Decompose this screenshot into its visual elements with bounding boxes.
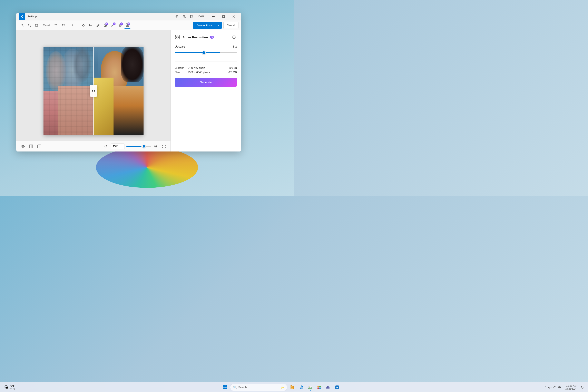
- layout-button[interactable]: [36, 143, 42, 150]
- title-fit-button[interactable]: [189, 14, 194, 20]
- compare-icon: [29, 144, 33, 148]
- panel-ai-badge: AI: [210, 36, 214, 38]
- undo-button[interactable]: [53, 22, 59, 28]
- upscale-section: Upscale 8 x: [175, 45, 237, 54]
- redo-button[interactable]: [60, 22, 66, 28]
- upscale-value: 8 x: [233, 45, 237, 48]
- fullscreen-button[interactable]: [161, 143, 167, 150]
- panel-title-group: Super Resolution AI: [175, 34, 214, 40]
- main-content: 75% 50% 100% 125% 150% ▾: [16, 30, 241, 152]
- back-button[interactable]: [19, 13, 25, 20]
- title-zoom-in-button[interactable]: [182, 14, 187, 20]
- maximize-icon: [222, 15, 225, 18]
- ai-style-badge: AI: [113, 22, 116, 25]
- filter-icon: [89, 24, 92, 27]
- maximize-button[interactable]: [219, 13, 228, 20]
- swap-button[interactable]: [90, 85, 98, 97]
- pen-button[interactable]: [95, 22, 101, 28]
- toolbar: Reset: [16, 20, 241, 30]
- reset-button[interactable]: Reset: [41, 22, 52, 28]
- zoom-out-bottom-button[interactable]: [103, 143, 109, 150]
- compare-button[interactable]: [28, 143, 34, 150]
- adjust-button[interactable]: [80, 22, 86, 28]
- svg-rect-20: [35, 24, 38, 26]
- ai-remove-badge: AI: [105, 22, 108, 25]
- toolbar-separator-2: [78, 23, 78, 28]
- zoom-out-toolbar-icon: [28, 24, 31, 27]
- zoom-slider[interactable]: [126, 146, 151, 147]
- right-panel: Super Resolution AI Upscale 8 x: [170, 30, 241, 152]
- upscale-header: Upscale 8 x: [175, 45, 237, 48]
- swap-icon: [91, 88, 96, 93]
- save-options-button[interactable]: Save options: [193, 22, 215, 29]
- zoom-in-bottom-icon: [154, 145, 158, 148]
- minimize-icon: [212, 16, 214, 17]
- generate-button[interactable]: Generate: [175, 78, 237, 87]
- cancel-button[interactable]: Cancel: [223, 22, 238, 29]
- info-circle-icon: [232, 36, 236, 39]
- title-zoom-out-button[interactable]: [174, 14, 180, 20]
- svg-line-33: [98, 24, 99, 25]
- svg-rect-59: [176, 38, 177, 39]
- window-controls: [209, 13, 238, 20]
- zoom-in-toolbar-icon: [20, 24, 24, 27]
- save-options-dropdown-button[interactable]: [215, 22, 222, 29]
- new-resolution: 7552 x 6048 pixels: [188, 71, 224, 74]
- canvas-area: 75% 50% 100% 125% 150% ▾: [16, 30, 170, 152]
- view-button[interactable]: [20, 143, 26, 150]
- upscale-slider[interactable]: [175, 52, 237, 53]
- zoom-select[interactable]: 75% 50% 100% 125% 150%: [111, 144, 125, 149]
- close-button[interactable]: [229, 13, 238, 20]
- ai-style-button[interactable]: AI: [110, 22, 116, 28]
- zoom-out-bottom-icon: [104, 145, 108, 148]
- crop-button[interactable]: [70, 22, 76, 28]
- zoom-in-toolbar-button[interactable]: [19, 22, 25, 28]
- current-label: Current:: [175, 66, 184, 70]
- svg-line-2: [178, 17, 178, 18]
- photo-left-half: [44, 47, 94, 135]
- ai-bg-button[interactable]: AI: [117, 22, 123, 28]
- super-res-panel-icon: [176, 35, 180, 40]
- svg-rect-8: [191, 16, 192, 17]
- filter-button[interactable]: [88, 22, 94, 28]
- zoom-select-wrapper: 75% 50% 100% 125% 150% ▾: [111, 144, 125, 149]
- app-window: Selfie.jpg: [16, 13, 241, 152]
- upscale-label: Upscale: [175, 45, 185, 48]
- photo-right-half: [94, 47, 144, 135]
- adjust-icon: [82, 24, 85, 27]
- svg-rect-60: [178, 38, 180, 39]
- svg-line-16: [23, 26, 23, 26]
- svg-line-56: [156, 147, 157, 148]
- zoom-in-icon: [183, 15, 186, 18]
- zoom-level-display: 100%: [196, 15, 206, 18]
- current-resolution: 944x756 pixels: [188, 66, 224, 70]
- zoom-in-bottom-button[interactable]: [152, 143, 159, 150]
- panel-info-button[interactable]: [231, 34, 237, 40]
- ai-super-res-button[interactable]: AI: [124, 22, 131, 28]
- zoom-out-toolbar-button[interactable]: [26, 22, 33, 28]
- fullscreen-icon: [162, 145, 166, 148]
- minimize-button[interactable]: [209, 13, 218, 20]
- svg-point-44: [21, 145, 24, 148]
- title-zoom-controls: 100%: [174, 14, 206, 20]
- undo-icon: [54, 24, 58, 27]
- toolbar-right: Save options Cancel: [193, 22, 238, 29]
- crop-icon: [72, 24, 75, 27]
- zoom-out-icon: [176, 15, 179, 18]
- svg-rect-10: [222, 16, 224, 18]
- file-title: Selfie.jpg: [27, 15, 174, 18]
- save-options-group: Save options: [193, 22, 222, 29]
- svg-point-45: [22, 146, 24, 147]
- info-grid: Current: 944x756 pixels 300 kB New: 7552…: [175, 65, 237, 74]
- ai-remove-button[interactable]: AI: [102, 22, 108, 28]
- layout-icon: [37, 144, 41, 148]
- ai-bg-badge: AI: [120, 22, 123, 25]
- pen-icon: [96, 24, 100, 27]
- fit-image-button[interactable]: [34, 22, 40, 28]
- panel-title: Super Resolution: [182, 36, 208, 39]
- svg-point-25: [82, 24, 84, 26]
- desktop-decoration: [96, 147, 198, 188]
- ai-super-res-badge: AI: [128, 22, 130, 25]
- current-size: 300 kB: [228, 66, 237, 70]
- new-label: New:: [175, 71, 184, 74]
